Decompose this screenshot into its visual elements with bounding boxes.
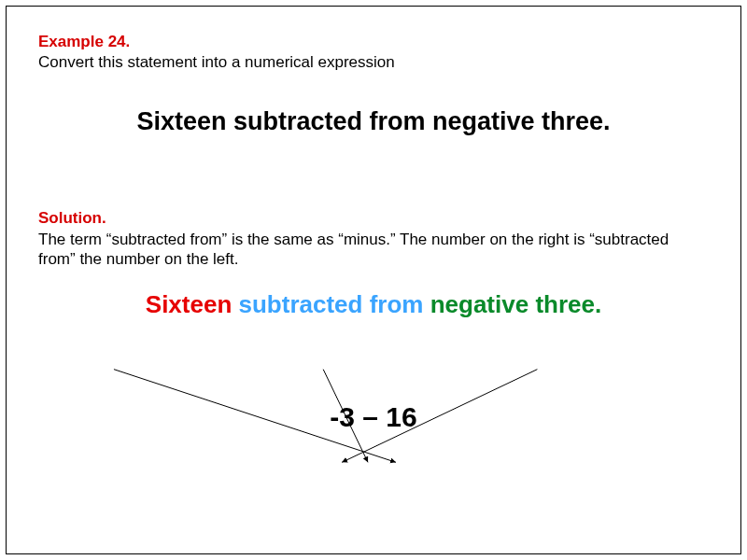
instruction-text: Convert this statement into a numerical … (38, 53, 709, 72)
arrows-diagram (7, 7, 740, 553)
document-frame: Example 24. Convert this statement into … (6, 6, 741, 554)
colored-part-sixteen: Sixteen (146, 290, 233, 318)
numerical-expression: -3 – 16 (38, 401, 709, 433)
colored-part-subtracted: subtracted from (239, 290, 424, 318)
colored-part-negative-three: negative three. (430, 290, 602, 318)
solution-label: Solution. (38, 209, 709, 228)
problem-statement: Sixteen subtracted from negative three. (38, 107, 709, 136)
solution-explanation: The term “subtracted from” is the same a… (38, 230, 709, 270)
example-label: Example 24. (38, 33, 709, 51)
colored-statement: Sixteen subtracted from negative three. (38, 290, 709, 319)
